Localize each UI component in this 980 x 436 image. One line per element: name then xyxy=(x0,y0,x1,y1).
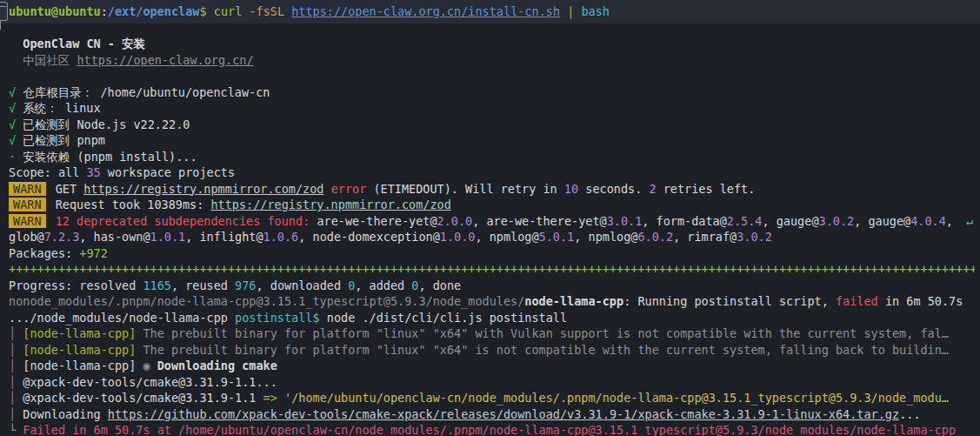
text-segment: 1.0.6 xyxy=(263,230,299,244)
text-segment: , added xyxy=(355,278,411,292)
text-segment: | xyxy=(567,4,581,18)
link[interactable]: https://open-claw.org.cn/ xyxy=(77,53,253,67)
text-segment: => xyxy=(263,391,284,405)
corner-bar: └ xyxy=(9,423,23,436)
progress-line: Progress: resolved 1165, reused 976, dow… xyxy=(9,278,975,294)
blank-line xyxy=(9,20,975,37)
text-segment: 系统： linux xyxy=(23,101,100,115)
packages-progress-bar: ++++++++++++++++++++++++++++++++++++++++… xyxy=(9,261,975,278)
text-segment: 1.0.1 xyxy=(150,230,186,244)
warn-badge: WARN xyxy=(9,198,46,211)
text-segment: , npmlog@ xyxy=(475,230,538,244)
text-segment: : Running postinstall script, xyxy=(623,294,836,308)
text-segment: Request took 10389ms: xyxy=(49,198,211,211)
warn-line-deprecated: WARN 12 deprecated subdependencies found… xyxy=(9,213,975,230)
bullet-icon: · xyxy=(9,150,23,164)
check-system: √ 系统： linux xyxy=(9,100,975,117)
packages-line: Packages: +972 xyxy=(9,245,975,262)
check-node: √ 已检测到 Node.js v22.22.0 xyxy=(9,117,975,133)
text-segment: , form-data@ xyxy=(642,214,727,228)
text-segment: @xpack-dev-tools/cmake@3.31.9-1.1... xyxy=(23,375,277,389)
text-segment: 3.0.2 xyxy=(737,230,772,244)
text-segment: 7.2.3 xyxy=(44,230,80,244)
text-segment: 35 xyxy=(86,165,100,179)
prompt-user-host: ubuntu@ubuntu xyxy=(9,4,101,18)
text-segment: workspace projects xyxy=(101,165,235,179)
pipe-bar: │ xyxy=(9,359,23,372)
text-segment: , node-domexception@ xyxy=(298,230,440,244)
text-segment: $ xyxy=(199,4,213,18)
text-segment: Failed in 6m 50.7s at /home/ubuntu/openc… xyxy=(23,423,956,436)
text-segment: Progress: resolved xyxy=(9,278,143,292)
text-segment: 5.0.1 xyxy=(539,230,575,244)
command: curl xyxy=(214,4,250,18)
text-segment: seconds. xyxy=(578,182,649,196)
text-segment: 4.0.4 xyxy=(910,214,946,228)
edge-handle-tail xyxy=(0,21,1,30)
text-segment: , gauge@ xyxy=(854,214,910,228)
text-segment: [node-llama-cpp] xyxy=(23,359,143,372)
link[interactable]: https://registry.npmmirror.com/zod xyxy=(83,182,323,196)
link[interactable]: https://registry.npmmirror.com/zod xyxy=(210,198,450,211)
xpack-cmake-path-line: │ @xpack-dev-tools/cmake@3.31.9-1.1 => '… xyxy=(9,390,975,406)
terminal-window[interactable]: ubuntu@ubuntu:/ext/openclaw$ curl -fsSL … xyxy=(0,0,980,436)
text-segment: Downloading cmake xyxy=(157,359,277,372)
link[interactable]: https://open-claw.org.cn/install-cn.sh xyxy=(291,4,560,18)
text-segment: 2.0.0 xyxy=(437,214,473,228)
text-segment: GET xyxy=(49,182,84,196)
llama-log-vulkan: │ [node-llama-cpp] The prebuilt binary f… xyxy=(9,325,975,342)
text-segment: 已检测到 Node.js v22.22.0 xyxy=(23,117,190,131)
warn-badge: WARN xyxy=(9,214,46,228)
text-segment: @xpack-dev-tools/cmake@3.31.9-1.1 xyxy=(23,391,263,405)
text-segment: failed xyxy=(836,294,878,308)
check-icon: √ xyxy=(9,85,23,99)
prompt-cwd: /ext/openclaw xyxy=(108,4,200,18)
postinstall-command-line: .../node_modules/node-llama-cpp postinst… xyxy=(9,310,975,326)
edge-handle-icon[interactable] xyxy=(0,2,10,31)
text-segment: [node-llama-cpp] xyxy=(23,326,136,340)
text-segment: Downloading xyxy=(23,407,108,421)
text-segment: , inflight@ xyxy=(185,230,263,244)
text-segment: node-llama-cpp xyxy=(524,294,623,308)
text-segment: 已检测到 pnpm xyxy=(23,133,105,147)
failed-line: └ Failed in 6m 50.7s at /home/ubuntu/ope… xyxy=(9,422,975,436)
download-url-line: │ Downloading https://github.com/xpack-d… xyxy=(9,406,975,423)
text-segment: glob@ xyxy=(9,230,44,244)
text-segment: 中国社区 xyxy=(9,53,77,67)
text-segment: retries left. xyxy=(657,182,756,196)
text-segment: 安装依赖 (pnpm install)... xyxy=(23,150,197,164)
xpack-cmake-line: │ @xpack-dev-tools/cmake@3.31.9-1.1... xyxy=(9,374,975,391)
text-segment: 1165 xyxy=(143,278,171,292)
text-segment: : xyxy=(101,4,108,18)
scope-line: Scope: all 35 workspace projects xyxy=(9,164,975,181)
llama-log-incompatible: │ [node-llama-cpp] The prebuilt binary f… xyxy=(9,342,975,359)
pipe-bar: │ xyxy=(9,407,23,421)
warn-line-get: WARN GET https://registry.npmmirror.com/… xyxy=(9,181,975,198)
text-segment: 3.0.1 xyxy=(607,214,643,228)
pipe-bar: │ xyxy=(9,343,23,357)
spinner-icon: ◉ xyxy=(143,359,157,372)
line-wrap-icon: ↵ xyxy=(966,213,973,230)
text-segment: Scope: all xyxy=(9,165,86,179)
community-line: 中国社区 https://open-claw.org.cn/ xyxy=(9,52,975,69)
install-deps-line: · 安装依赖 (pnpm install)... xyxy=(9,149,975,165)
text-segment: The prebuilt binary for platform "linux"… xyxy=(136,326,949,340)
prompt-line: ubuntu@ubuntu:/ext/openclaw$ curl -fsSL … xyxy=(9,3,975,20)
text-segment: bash xyxy=(581,4,610,18)
link[interactable]: https://github.com/xpack-dev-tools/cmake… xyxy=(108,407,899,421)
text-segment: , gauge@ xyxy=(762,214,818,228)
text-segment: 仓库根目录： /home/ubuntu/openclaw-cn xyxy=(23,85,270,99)
text-segment: , done xyxy=(418,278,461,292)
text-segment: error xyxy=(324,182,367,196)
check-icon: √ xyxy=(9,117,23,131)
check-icon: √ xyxy=(9,133,23,147)
pipe-bar: │ xyxy=(9,375,23,389)
text-segment xyxy=(560,4,567,18)
text-segment: .../node_modules/node-llama-cpp xyxy=(9,311,235,325)
text-segment: nonode_modules/.pnpm/node-llama-cpp@3.15… xyxy=(9,294,524,308)
text-segment: in 6m 50.7s xyxy=(878,294,963,308)
text-segment: node ./dist/cli/cli.js postinstall xyxy=(320,311,567,325)
command-flags: -fsSL xyxy=(249,4,291,18)
progress-plus-row: ++++++++++++++++++++++++++++++++++++++++… xyxy=(9,262,975,276)
text-segment: 10 xyxy=(564,182,578,196)
